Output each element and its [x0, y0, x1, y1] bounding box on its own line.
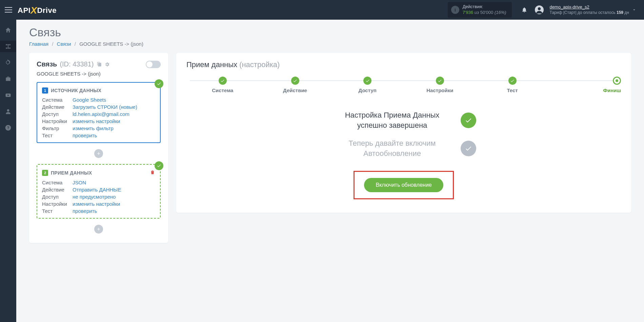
delete-icon[interactable] [150, 169, 155, 176]
topbar: APIXDrive i Действия: 7'936 из 50'000 (1… [0, 0, 644, 20]
actions-of: из [475, 10, 479, 15]
breadcrumb-links[interactable]: Связи [57, 41, 71, 47]
avatar-icon [535, 5, 544, 14]
svg-point-1 [538, 7, 541, 10]
step-test[interactable] [508, 77, 517, 85]
breadcrumb-home[interactable]: Главная [29, 41, 48, 47]
check-circle-pending-icon [461, 141, 476, 156]
finish-message-done: Настройка Приема Данных успешно завершен… [331, 110, 453, 130]
tariff-line: Тариф |Старт| до оплаты осталось 159 дн [550, 10, 629, 16]
actions-counter[interactable]: i Действия: 7'936 из 50'000 (16%) [448, 2, 512, 18]
dst-system[interactable]: JSON [73, 180, 86, 185]
gear-icon[interactable] [104, 62, 110, 67]
actions-percent: (16%) [495, 10, 506, 15]
info-icon: i [451, 6, 459, 14]
block-number: 2 [42, 170, 48, 176]
connection-label: Связь [37, 60, 57, 68]
sidebar: ? [0, 20, 16, 257]
sidebar-connections-icon[interactable] [0, 41, 16, 52]
sidebar-user-icon[interactable] [0, 106, 16, 117]
src-settings[interactable]: изменить настройки [73, 118, 120, 124]
svg-point-3 [7, 109, 9, 112]
src-action[interactable]: Загрузить СТРОКИ (новые) [73, 104, 137, 110]
src-system[interactable]: Google Sheets [73, 97, 106, 103]
step-settings[interactable] [436, 77, 444, 85]
dst-access[interactable]: не предусмотрено [73, 194, 116, 200]
sidebar-video-icon[interactable] [0, 89, 16, 101]
connection-subtitle: GOOGLE SHEETS -> (json) [37, 71, 161, 77]
actions-total: 50'000 [480, 10, 494, 15]
dst-action[interactable]: Отправить ДАННЫЕ [73, 187, 121, 193]
block-number: 1 [42, 87, 48, 94]
connection-id: (ID: 43381) [60, 60, 94, 68]
block-title: ИСТОЧНИК ДАННЫХ [51, 88, 101, 93]
enable-update-button[interactable]: Включить обновление [364, 178, 443, 192]
breadcrumb: Главная / Связи / GOOGLE SHEETS -> (json… [29, 41, 631, 47]
source-block: 1 ИСТОЧНИК ДАННЫХ СистемаGoogle Sheets Д… [37, 82, 161, 143]
check-icon [155, 79, 163, 88]
step-access[interactable] [363, 77, 371, 85]
block-title: ПРИЕМ ДАННЫХ [51, 170, 92, 176]
sidebar-billing-icon[interactable] [0, 57, 16, 68]
breadcrumb-current: GOOGLE SHEETS -> (json) [79, 41, 143, 47]
menu-toggle[interactable] [5, 7, 12, 13]
add-destination-button[interactable] [94, 225, 103, 234]
notifications-icon[interactable] [521, 7, 527, 13]
wizard-steps: Система Действие Доступ Настройки Тест Ф… [186, 77, 621, 93]
username: demo_apix-drive_s2 [550, 4, 629, 10]
dst-settings[interactable]: изменить настройки [73, 201, 120, 207]
connection-card: Связь (ID: 43381) GOOGLE SHEETS -> (json… [29, 53, 168, 243]
src-test[interactable]: проверить [73, 133, 97, 138]
step-action[interactable] [291, 77, 299, 85]
page-title: Связь [29, 26, 631, 39]
destination-block: 2 ПРИЕМ ДАННЫХ СистемаJSON ДействиеОтпра… [37, 164, 161, 219]
wizard-card: Прием данных (настройка) Система Действи… [176, 53, 631, 213]
logo[interactable]: APIXDrive [18, 4, 57, 15]
dst-test[interactable]: проверить [73, 208, 97, 214]
svg-text:?: ? [7, 126, 9, 130]
sidebar-home-icon[interactable] [0, 24, 16, 36]
step-system[interactable] [219, 77, 227, 85]
src-filter[interactable]: изменить фильтр [73, 125, 114, 131]
copy-icon[interactable] [96, 62, 102, 67]
chevron-down-icon[interactable] [632, 7, 637, 12]
actions-label: Действия: [463, 4, 506, 10]
step-finish[interactable] [613, 77, 621, 85]
src-access[interactable]: ld.helen.apix@gmail.com [73, 111, 129, 117]
finish-message-next: Теперь давайте включим Автообновление [331, 138, 453, 158]
sidebar-help-icon[interactable]: ? [0, 122, 16, 134]
sidebar-briefcase-icon[interactable] [0, 73, 16, 85]
check-circle-icon [461, 113, 476, 128]
user-menu[interactable]: demo_apix-drive_s2 Тариф |Старт| до опла… [532, 4, 629, 15]
wizard-title: Прием данных (настройка) [186, 60, 621, 69]
actions-used: 7'936 [463, 10, 473, 15]
enable-toggle[interactable] [146, 61, 161, 68]
enable-highlight: Включить обновление [354, 171, 454, 199]
add-between-button[interactable] [94, 149, 103, 158]
check-icon [155, 161, 163, 170]
